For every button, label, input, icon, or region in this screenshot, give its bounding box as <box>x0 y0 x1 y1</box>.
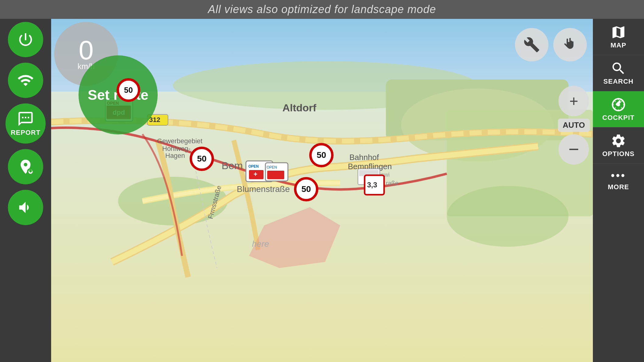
svg-text:+: + <box>254 170 257 178</box>
svg-text:Bem: Bem <box>222 160 243 171</box>
zoom-in-button[interactable]: + <box>558 86 589 116</box>
svg-text:Hohlweg-: Hohlweg- <box>162 145 191 152</box>
nav-item-search[interactable]: SEARCH <box>593 55 644 91</box>
zoom-label: AUTO <box>558 119 590 132</box>
wrench-button[interactable] <box>515 28 548 61</box>
svg-point-8 <box>447 186 569 247</box>
map-area: Altdorf Bahnhof Bempflingen Bem Blumenst… <box>51 19 593 362</box>
svg-text:OPEN: OPEN <box>267 165 277 169</box>
speed-sign-50-right: 50 <box>309 143 334 167</box>
svg-text:here: here <box>252 239 269 249</box>
nav-label-more: MORE <box>608 183 629 191</box>
wrench-icon <box>523 37 540 53</box>
report-label: REPORT <box>11 129 40 137</box>
speed-sign-50-topleft: 50 <box>117 78 140 102</box>
svg-text:Altdorf: Altdorf <box>282 102 317 113</box>
svg-point-39 <box>617 103 620 106</box>
main-container: REPORT <box>0 19 644 362</box>
more-dots-icon: ••• <box>611 169 626 182</box>
left-sidebar: REPORT <box>0 19 51 362</box>
svg-text:raße: raße <box>386 180 398 186</box>
zoom-controls: + AUTO − <box>558 86 590 165</box>
speed-value: 0 <box>79 37 94 64</box>
top-banner: All views also optimized for landscape m… <box>0 0 644 19</box>
cockpit-nav-icon <box>611 97 626 113</box>
wifi-icon <box>17 72 34 89</box>
volume-icon <box>17 199 34 216</box>
nav-label-options: OPTIONS <box>602 150 635 158</box>
nav-label-cockpit: COCKPIT <box>602 114 635 122</box>
svg-text:Blumenstraße: Blumenstraße <box>237 184 290 194</box>
volume-button[interactable] <box>8 190 43 225</box>
svg-text:Hagen: Hagen <box>165 152 185 159</box>
power-button[interactable] <box>8 22 43 57</box>
wifi-button[interactable] <box>8 63 43 98</box>
svg-text:Bahnhof: Bahnhof <box>349 153 379 162</box>
tracking-button[interactable] <box>8 149 43 184</box>
hand-icon <box>562 37 578 53</box>
map-controls-top <box>515 28 587 61</box>
zoom-out-button[interactable]: − <box>558 134 589 165</box>
report-icon <box>17 110 34 127</box>
nav-item-more[interactable]: ••• MORE <box>593 164 644 197</box>
hand-button[interactable] <box>553 28 587 61</box>
speed-sign-50-left: 50 <box>190 147 214 171</box>
svg-text:3,3: 3,3 <box>367 181 377 189</box>
svg-text:Gewerbegebiet: Gewerbegebiet <box>157 137 202 145</box>
nav-label-search: SEARCH <box>604 78 634 85</box>
nav-label-map: MAP <box>611 41 626 49</box>
speed-sign-50-center: 50 <box>294 177 318 201</box>
nav-item-cockpit[interactable]: COCKPIT <box>593 91 644 127</box>
power-icon <box>17 31 34 48</box>
report-button[interactable]: REPORT <box>5 103 46 144</box>
tracking-icon <box>17 158 34 175</box>
map-nav-icon <box>611 24 626 40</box>
svg-text:OPEN: OPEN <box>248 164 259 169</box>
banner-text: All views also optimized for landscape m… <box>208 3 436 16</box>
nav-item-options[interactable]: OPTIONS <box>593 127 644 164</box>
nav-item-map[interactable]: MAP <box>593 19 644 55</box>
search-nav-icon <box>611 61 626 76</box>
options-nav-icon <box>611 133 626 149</box>
right-sidebar: MAP SEARCH COCKPIT OPTIONS <box>593 19 644 362</box>
svg-rect-38 <box>267 171 284 179</box>
